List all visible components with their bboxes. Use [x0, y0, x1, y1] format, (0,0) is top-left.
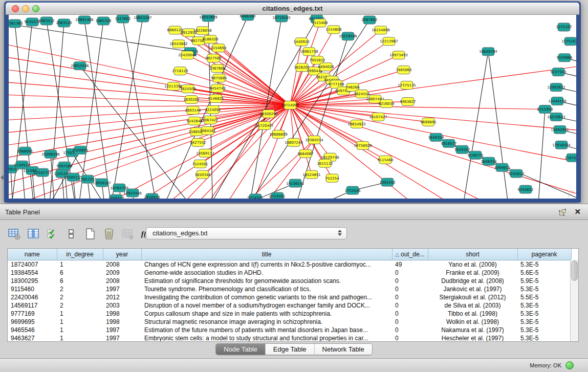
graph-node[interactable]: 2718120	[172, 67, 188, 75]
graph-node[interactable]: 15751074	[561, 37, 576, 46]
graph-edge[interactable]	[213, 140, 314, 199]
graph-node[interactable]: 1527602	[115, 15, 130, 23]
graph-edge[interactable]	[162, 105, 290, 199]
column-header-short[interactable]: short	[428, 249, 517, 260]
graph-node[interactable]: 2361363	[9, 19, 23, 28]
graph-node[interactable]: 15692951	[551, 125, 569, 134]
graph-node[interactable]: 1154808	[325, 26, 341, 34]
graph-node[interactable]: 1092450	[379, 178, 395, 186]
graph-node[interactable]: 9397588	[56, 162, 72, 170]
graph-edge[interactable]	[213, 58, 290, 105]
import-table-icon[interactable]	[121, 227, 135, 241]
graph-node[interactable]: 16154808	[372, 26, 390, 34]
graph-node[interactable]: 1063512	[38, 17, 54, 25]
tab-network-table[interactable]: Network Table	[315, 344, 372, 355]
graph-node[interactable]: 752254	[325, 174, 339, 182]
graph-node[interactable]: 7524501	[192, 160, 208, 168]
graph-node[interactable]: 2450312	[108, 194, 124, 199]
column-header-pagerank[interactable]: pagerank	[517, 249, 571, 260]
graph-node[interactable]: 1515408	[312, 19, 328, 27]
graph-node[interactable]: 1167533	[564, 154, 576, 162]
network-graph[interactable]: 2361363943557210635122063510206914061065…	[9, 15, 576, 199]
graph-edge[interactable]	[9, 65, 290, 105]
graph-edge[interactable]	[290, 105, 428, 122]
graph-edge[interactable]	[123, 19, 162, 199]
graph-node[interactable]: 1830202	[183, 96, 199, 104]
graph-edge[interactable]	[9, 36, 290, 105]
graph-node[interactable]: 9827509	[205, 54, 221, 62]
collapse-arrow-icon[interactable]	[1, 175, 4, 180]
graph-node[interactable]: 18524851	[302, 170, 321, 179]
table-row[interactable]: 1938455462009Genome-wide association stu…	[8, 269, 571, 277]
graph-node[interactable]: 9329966	[556, 54, 572, 62]
graph-node[interactable]: 8216034	[378, 100, 395, 108]
graph-node[interactable]: 1733426	[344, 186, 360, 194]
graph-node[interactable]: 1440910	[293, 38, 309, 46]
graph-node[interactable]: 7919107	[454, 145, 470, 154]
delete-icon[interactable]	[102, 227, 116, 241]
graph-node[interactable]: 8427552	[190, 138, 206, 146]
graph-node[interactable]: 16648784	[479, 48, 497, 56]
graph-node[interactable]: 1650344	[194, 170, 211, 179]
graph-node[interactable]: 9245012	[508, 169, 524, 178]
graph-node[interactable]: 19384554	[305, 136, 323, 144]
graph-node[interactable]: 9115460	[377, 156, 393, 164]
graph-node[interactable]: 8454749	[209, 84, 225, 93]
graph-node[interactable]: 1067427	[202, 116, 218, 124]
resize-grip-icon[interactable]	[568, 190, 575, 197]
rows-icon[interactable]	[64, 227, 78, 241]
graph-node[interactable]: 12213967	[380, 37, 398, 46]
graph-node[interactable]: 12444158	[548, 97, 567, 105]
float-panel-icon[interactable]	[558, 208, 567, 216]
tab-node-table[interactable]: Node Table	[216, 344, 266, 355]
column-header-name[interactable]: name	[8, 249, 57, 260]
column-header-out-degree[interactable]: △out_de...	[392, 249, 428, 260]
scrollbar-thumb[interactable]	[571, 260, 578, 281]
graph-node[interactable]: 9919577	[441, 139, 456, 147]
graph-node[interactable]: 1640354	[428, 133, 444, 141]
table-row[interactable]: 977716911998Corpus callosum shape and si…	[8, 310, 571, 318]
table-row[interactable]: 2242004622012Investigating the contribut…	[8, 293, 571, 301]
graph-node[interactable]: 9146775	[467, 151, 483, 159]
graph-node[interactable]: 20206596	[41, 150, 60, 158]
graph-node[interactable]: 9435572	[24, 18, 40, 26]
graph-node[interactable]: 2320605	[72, 146, 88, 154]
tab-edge-table[interactable]: Edge Table	[266, 344, 315, 355]
graph-node[interactable]: 9684067	[297, 149, 313, 158]
graph-node[interactable]: 8724501	[269, 192, 285, 199]
graph-node[interactable]: 16961758	[300, 48, 318, 56]
graph-node[interactable]: 7824509	[180, 85, 195, 93]
table-row[interactable]: 946554611997Estimation of the future num…	[8, 326, 571, 334]
graph-node[interactable]: 2063510	[56, 19, 72, 27]
table-row[interactable]: 1830029562008Estimation of significance …	[8, 277, 571, 285]
graph-node[interactable]: 2154694	[210, 44, 227, 52]
close-panel-icon[interactable]: ✕	[574, 207, 581, 216]
graph-node[interactable]: 9724501	[247, 194, 263, 199]
graph-node[interactable]: 7485063	[396, 66, 411, 74]
graph-node[interactable]: 17016504	[552, 141, 571, 149]
graph-node[interactable]: 19654923	[347, 120, 366, 128]
column-edit-icon[interactable]	[26, 227, 40, 241]
graph-node[interactable]: 1094653	[494, 163, 510, 171]
graph-node[interactable]: 16210643	[547, 113, 565, 121]
column-header-year[interactable]: year	[103, 249, 141, 260]
graph-edge[interactable]	[106, 18, 143, 199]
graph-node[interactable]: 2450918	[144, 193, 160, 199]
column-header-title[interactable]: title	[141, 249, 392, 260]
graph-node[interactable]: 8186328	[202, 35, 218, 43]
graph-node[interactable]: 9699695	[420, 118, 436, 126]
graph-node[interactable]: 2803144	[185, 106, 201, 115]
graph-node[interactable]: 16543882	[169, 40, 188, 48]
table-settings-icon[interactable]	[7, 227, 21, 241]
graph-node[interactable]: 9227343	[550, 68, 566, 76]
graph-node[interactable]: 9245652	[517, 185, 533, 193]
graph-edge[interactable]	[84, 20, 116, 199]
graph-node[interactable]: 1065328	[95, 17, 111, 25]
graph-node[interactable]: 20691406	[75, 16, 94, 24]
graph-node[interactable]: 10653287	[134, 15, 152, 22]
select-rows-icon[interactable]	[45, 227, 59, 241]
graph-edge[interactable]	[537, 109, 545, 199]
graph-node[interactable]: 19218596	[339, 32, 357, 40]
table-row[interactable]: 1456911722003Disruption of a novel membe…	[8, 301, 571, 310]
graph-edge[interactable]	[462, 52, 488, 199]
